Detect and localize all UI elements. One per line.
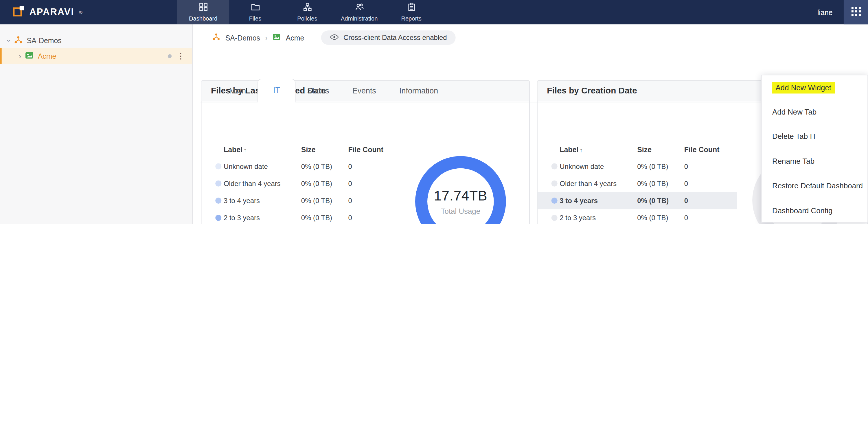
- row-size: 0% (0 TB): [301, 162, 348, 171]
- row-size: 0% (0 TB): [301, 197, 348, 205]
- legend-dot: [552, 181, 558, 187]
- table-row-highlighted[interactable]: 3 to 4 years0% (0 TB)0: [537, 192, 737, 209]
- badge-text: Cross-client Data Access enabled: [343, 34, 447, 42]
- nav-item-reports[interactable]: Reports: [385, 0, 437, 24]
- donut-chart-total-usage[interactable]: 17.74TB Total Usage: [415, 156, 506, 224]
- nav-label: Dashboard: [189, 15, 217, 22]
- apps-grid-icon: [851, 6, 861, 18]
- row-label: Unknown date: [560, 162, 637, 171]
- row-size: 0% (0 TB): [637, 214, 684, 222]
- main-nav: Dashboard Files Policies Administration …: [177, 0, 437, 24]
- row-count: 0: [684, 197, 737, 205]
- menu-item-restore-default-dashboard[interactable]: Restore Default Dashboard: [762, 174, 867, 198]
- tree-node-label: Acme: [38, 52, 56, 60]
- column-header-size[interactable]: Size: [637, 145, 684, 154]
- apps-grid-button[interactable]: [844, 0, 868, 24]
- eye-icon: [330, 34, 339, 42]
- row-label: 3 to 4 years: [224, 197, 301, 205]
- row-count: 0: [348, 180, 401, 187]
- breadcrumb-separator: ›: [265, 34, 267, 42]
- donut-label: Total Usage: [441, 207, 480, 216]
- menu-item-dashboard-config[interactable]: Dashboard Config: [762, 198, 867, 223]
- tab-information[interactable]: Information: [388, 80, 450, 102]
- kebab-menu-icon[interactable]: ⋮: [177, 51, 185, 61]
- sort-asc-icon: ↑: [580, 146, 583, 153]
- client-network-icon: [14, 35, 23, 46]
- menu-item-add-new-widget[interactable]: Add New Widget: [762, 75, 867, 100]
- reports-icon: [407, 3, 415, 13]
- tab-main[interactable]: Main: [218, 80, 257, 102]
- table-row[interactable]: Older than 4 years0% (0 TB)0: [202, 175, 401, 192]
- row-label: Unknown date: [224, 162, 301, 171]
- brand-reg: ®: [79, 9, 83, 14]
- legend-dot: [215, 181, 221, 187]
- row-label: 2 to 3 years: [224, 214, 301, 222]
- nav-label: Policies: [297, 15, 317, 22]
- policies-icon: [303, 3, 312, 13]
- top-navbar: APARAVI® Dashboard Files Policies Admini…: [0, 0, 868, 24]
- column-header-size[interactable]: Size: [301, 145, 348, 154]
- nav-item-policies[interactable]: Policies: [281, 0, 333, 24]
- table-row[interactable]: 3 to 4 years0% (0 TB)0: [202, 192, 401, 209]
- legend-dot: [552, 215, 558, 221]
- user-menu[interactable]: liane: [817, 0, 833, 24]
- client-network-icon: [212, 32, 220, 43]
- tree-node-sa-demos[interactable]: › SA-Demos: [0, 33, 192, 48]
- nav-item-administration[interactable]: Administration: [333, 0, 385, 24]
- column-header-label[interactable]: Label↑: [560, 145, 637, 154]
- breadcrumb-item-acme[interactable]: Acme: [286, 34, 304, 42]
- image-file-icon: [273, 32, 281, 43]
- nav-item-dashboard[interactable]: Dashboard: [177, 0, 229, 24]
- image-file-icon: [25, 51, 34, 61]
- row-size: 0% (0 TB): [637, 180, 684, 187]
- row-size: 0% (0 TB): [301, 214, 348, 222]
- legend-dot: [552, 197, 558, 204]
- menu-item-rename-tab[interactable]: Rename Tab: [762, 149, 867, 174]
- nav-label: Files: [249, 15, 261, 22]
- brand[interactable]: APARAVI®: [12, 0, 83, 24]
- column-header-count[interactable]: File Count: [348, 145, 401, 154]
- highlighted-text: Add New Widget: [772, 82, 834, 93]
- chevron-right-icon[interactable]: ›: [19, 52, 21, 60]
- table-row[interactable]: Unknown date0% (0 TB)0: [537, 158, 737, 175]
- nav-label: Administration: [341, 15, 378, 22]
- nav-item-files[interactable]: Files: [229, 0, 281, 24]
- files-icon: [251, 3, 259, 13]
- tab-it[interactable]: IT: [257, 79, 296, 102]
- row-count: 0: [348, 197, 401, 205]
- row-size: 0% (0 TB): [301, 180, 348, 187]
- legend-dot: [215, 215, 221, 221]
- sort-asc-icon: ↑: [244, 146, 247, 153]
- administration-icon: [355, 3, 363, 13]
- table-header-row: Label↑ Size File Count: [537, 141, 737, 158]
- dashboard-icon: [199, 3, 208, 13]
- tab-events[interactable]: Events: [341, 80, 388, 102]
- row-label: Older than 4 years: [224, 180, 301, 187]
- table-row[interactable]: 2 to 3 years0% (0 TB)0: [537, 209, 737, 224]
- breadcrumb-item-sa-demos[interactable]: SA-Demos: [225, 34, 260, 42]
- table-header-row: Label↑ Size File Count: [202, 141, 401, 158]
- row-label: 2 to 3 years: [560, 214, 637, 222]
- dashboard-context-menu: Add New Widget Add New Tab Delete Tab IT…: [761, 74, 868, 222]
- chevron-down-icon[interactable]: ›: [5, 39, 13, 42]
- legend-dot: [215, 197, 221, 204]
- app-root: APARAVI® Dashboard Files Policies Admini…: [0, 0, 868, 224]
- tab-status[interactable]: Status: [296, 80, 341, 102]
- donut-value: 17.74TB: [434, 188, 487, 204]
- column-header-label[interactable]: Label↑: [224, 145, 301, 154]
- row-count: 0: [348, 162, 401, 171]
- column-header-count[interactable]: File Count: [684, 145, 737, 154]
- table-row[interactable]: Unknown date0% (0 TB)0: [202, 158, 401, 175]
- legend-dot: [552, 163, 558, 169]
- breadcrumb: SA-Demos › Acme Cross-client Data Access…: [193, 24, 868, 51]
- tree-node-acme-selected[interactable]: › Acme ⋮: [0, 48, 192, 64]
- row-count: 0: [684, 180, 737, 187]
- brand-name: APARAVI: [29, 7, 74, 18]
- row-count: 0: [684, 214, 737, 222]
- menu-item-delete-tab-it[interactable]: Delete Tab IT: [762, 124, 867, 149]
- row-size: 0% (0 TB): [637, 197, 684, 205]
- table-row[interactable]: 2 to 3 years0% (0 TB)0: [202, 209, 401, 224]
- menu-item-add-new-tab[interactable]: Add New Tab: [762, 100, 867, 124]
- table-row[interactable]: Older than 4 years0% (0 TB)0: [537, 175, 737, 192]
- tree-sidebar: › SA-Demos › Acme ⋮: [0, 24, 193, 224]
